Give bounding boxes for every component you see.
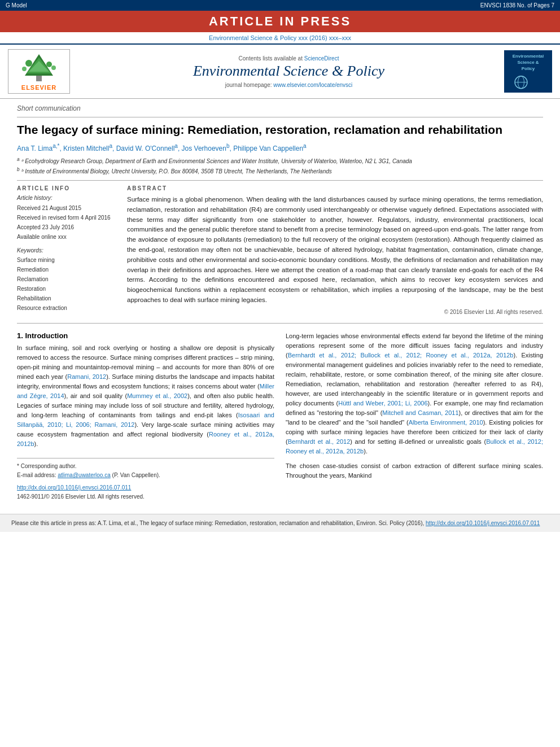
logo-right-icon (507, 75, 535, 90)
email-link[interactable]: atlima@uwaterloo.ca (58, 472, 111, 478)
copyright: © 2016 Elsevier Ltd. All rights reserved… (127, 309, 543, 315)
article-content: Short communication The legacy of surfac… (0, 99, 560, 507)
article-info-col: ARTICLE INFO Article history: Received 2… (17, 185, 116, 315)
envsci-label: ENVSCI 1838 No. of Pages 7 (480, 2, 554, 8)
body-left-col: 1. Introduction In surface mining, soil … (17, 331, 274, 502)
citation-note: Please cite this article in press as: A.… (11, 520, 424, 526)
journal-name: Environmental Science & Policy (79, 63, 498, 80)
affiliation-a: a ᵃ Ecohydrology Research Group, Departm… (17, 156, 543, 165)
keywords-list: Surface mining Remediation Reclamation R… (17, 255, 116, 313)
issn-line: 1462-9011/© 2016 Elsevier Ltd. All right… (17, 492, 274, 501)
citation-mitchell[interactable]: Mitchell and Casman, 2011 (382, 409, 458, 416)
citation-rooney[interactable]: Rooney et al., 2012a, 2012b (17, 431, 274, 447)
authors: Ana T. Limaa,*, Kristen Mitchella, David… (17, 143, 543, 152)
bottom-bar: Please cite this article in press as: A.… (0, 514, 560, 532)
info-abstract-columns: ARTICLE INFO Article history: Received 2… (17, 185, 543, 315)
journal-header: ELSEVIER Contents lists available at Sci… (0, 43, 560, 99)
svg-point-4 (25, 60, 32, 67)
svg-point-5 (46, 62, 52, 67)
svg-point-6 (22, 67, 27, 71)
elsevier-tree-icon (16, 52, 62, 83)
email-line: E-mail address: atlima@uwaterloo.ca (P. … (17, 471, 274, 480)
abstract-col: ABSTRACT Surface mining is a global phen… (127, 185, 543, 315)
svg-point-7 (51, 65, 56, 70)
footnote-section: * Corresponding author. E-mail address: … (17, 458, 274, 501)
article-title: The legacy of surface mining: Remediatio… (17, 122, 543, 137)
article-in-press-bar: ARTICLE IN PRESS (0, 11, 560, 32)
history-label: Article history: (17, 195, 116, 201)
doi-link[interactable]: http://dx.doi.org/10.1016/j.envsci.2016.… (17, 484, 131, 491)
journal-logo-right-inner: Environmental Science & Policy (504, 50, 552, 93)
body-columns: 1. Introduction In surface mining, soil … (17, 331, 543, 502)
corresponding-author: * Corresponding author. (17, 462, 274, 471)
keywords-label: Keywords: (17, 247, 116, 254)
affiliations: a ᵃ Ecohydrology Research Group, Departm… (17, 156, 543, 176)
sciencedirect-link[interactable]: ScienceDirect (304, 55, 339, 62)
citation-bernhardt[interactable]: Bernhardt et al., 2012; Bullock et al., … (288, 352, 514, 359)
article-type: Short communication (17, 104, 543, 112)
doi-line: http://dx.doi.org/10.1016/j.envsci.2016.… (17, 483, 274, 492)
citation-bernhardt2[interactable]: Bernhardt et al., 2012 (288, 438, 351, 445)
page-wrapper: G Model ENVSCI 1838 No. of Pages 7 ARTIC… (0, 0, 560, 532)
elsevier-logo: ELSEVIER (8, 49, 70, 94)
journal-homepage: journal homepage: www.elsevier.com/locat… (79, 82, 498, 88)
abstract-text: Surface mining is a global phenomenon. W… (127, 195, 543, 305)
top-banner: G Model ENVSCI 1838 No. of Pages 7 (0, 0, 560, 11)
article-info-header: ARTICLE INFO (17, 185, 116, 191)
body-right-col: Long-term legacies whose environmental e… (286, 331, 543, 502)
bottom-doi-link[interactable]: http://dx.doi.org/10.1016/j.envsci.2016.… (426, 520, 540, 526)
affiliation-b: b ᵇ Institute of Environmental Biology, … (17, 166, 543, 176)
citation-alberta[interactable]: Alberta Environment, 2010 (409, 419, 483, 426)
journal-link-bar: Environmental Science & Policy xxx (2016… (0, 32, 560, 43)
article-dates: Received 21 August 2015 Received in revi… (17, 203, 116, 242)
citation-huttl[interactable]: Hüttl and Weber, 2001; Li, 2006 (338, 400, 427, 407)
introduction-title: 1. Introduction (17, 331, 274, 340)
homepage-link[interactable]: www.elsevier.com/locate/envsci (273, 82, 352, 88)
citation-ramani2012[interactable]: Ramani, 2012 (67, 373, 106, 380)
abstract-header: ABSTRACT (127, 185, 543, 191)
citation-mummey[interactable]: Mummey et al., 2002 (127, 392, 187, 399)
logo-right-text: Environmental Science & Policy (507, 53, 549, 72)
intro-paragraph-3: The chosen case-studies consist of carbo… (286, 461, 543, 480)
intro-paragraph-1: In surface mining, soil and rock overlyi… (17, 343, 274, 449)
intro-paragraph-2: Long-term legacies whose environmental e… (286, 331, 543, 457)
svg-rect-0 (36, 76, 42, 81)
journal-center: Contents lists available at ScienceDirec… (79, 55, 498, 88)
citation-isosaari[interactable]: Isosaari and Sillanpää, 2010; Li, 2006; … (17, 412, 274, 428)
sciencedirect-line: Contents lists available at ScienceDirec… (79, 55, 498, 62)
journal-logo-right: Environmental Science & Policy (504, 50, 552, 93)
elsevier-text: ELSEVIER (21, 84, 56, 91)
g-model-label: G Model (6, 2, 27, 8)
